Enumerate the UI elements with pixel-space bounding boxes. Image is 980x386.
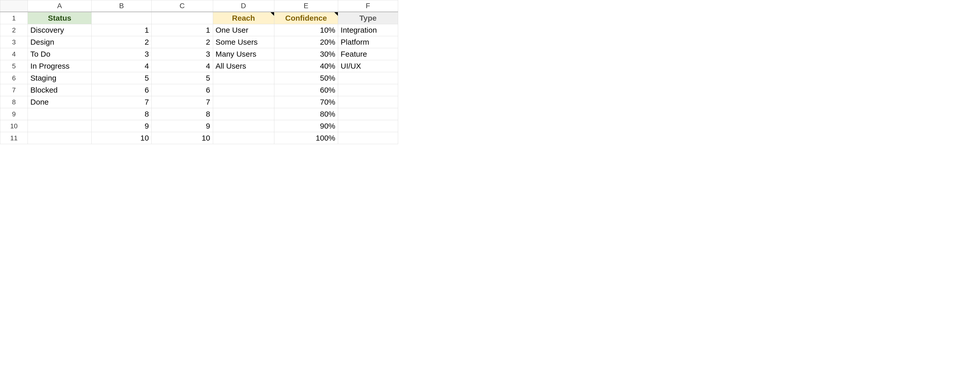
cell-e4[interactable]: 30%	[274, 48, 338, 60]
cell-b5[interactable]: 4	[92, 60, 151, 72]
col-header-d[interactable]: D	[213, 0, 274, 12]
row-header-9[interactable]: 9	[0, 108, 28, 120]
cell-d4[interactable]: Many Users	[213, 48, 274, 60]
cell-b7[interactable]: 6	[92, 84, 151, 96]
cell-d8[interactable]	[213, 96, 274, 108]
cell-f7[interactable]	[338, 84, 398, 96]
cell-b6[interactable]: 5	[92, 72, 151, 84]
row-header-4[interactable]: 4	[0, 48, 28, 60]
table-row: 7 Blocked 6 6 60%	[0, 84, 398, 96]
cell-d1-header-reach[interactable]: Reach	[213, 12, 274, 24]
row-header-8[interactable]: 8	[0, 96, 28, 108]
cell-f8[interactable]	[338, 96, 398, 108]
cell-a9[interactable]	[28, 108, 92, 120]
cell-a8[interactable]: Done	[28, 96, 92, 108]
cell-d2[interactable]: One User	[213, 24, 274, 36]
table-row: 4 To Do 3 3 Many Users 30% Feature	[0, 48, 398, 60]
cell-a3[interactable]: Design	[28, 36, 92, 48]
cell-d7[interactable]	[213, 84, 274, 96]
cell-f4[interactable]: Feature	[338, 48, 398, 60]
select-all-corner[interactable]	[0, 0, 28, 12]
cell-text: Reach	[232, 14, 255, 22]
cell-e2[interactable]: 10%	[274, 24, 338, 36]
table-row: 11 10 10 100%	[0, 132, 398, 144]
spreadsheet-grid[interactable]: A B C D E F 1 Status Reach Confidence Ty…	[0, 0, 398, 144]
cell-c11[interactable]: 10	[151, 132, 213, 144]
cell-c7[interactable]: 6	[151, 84, 213, 96]
note-indicator-icon[interactable]	[334, 12, 338, 16]
cell-b9[interactable]: 8	[92, 108, 151, 120]
cell-a4[interactable]: To Do	[28, 48, 92, 60]
cell-c9[interactable]: 8	[151, 108, 213, 120]
cell-b11[interactable]: 10	[92, 132, 151, 144]
cell-a5[interactable]: In Progress	[28, 60, 92, 72]
cell-d11[interactable]	[213, 132, 274, 144]
table-row: 5 In Progress 4 4 All Users 40% UI/UX	[0, 60, 398, 72]
cell-e11[interactable]: 100%	[274, 132, 338, 144]
row-header-6[interactable]: 6	[0, 72, 28, 84]
cell-a7[interactable]: Blocked	[28, 84, 92, 96]
row-header-10[interactable]: 10	[0, 120, 28, 132]
cell-f6[interactable]	[338, 72, 398, 84]
cell-a11[interactable]	[28, 132, 92, 144]
col-header-c[interactable]: C	[151, 0, 213, 12]
cell-d3[interactable]: Some Users	[213, 36, 274, 48]
row-header-7[interactable]: 7	[0, 84, 28, 96]
cell-d6[interactable]	[213, 72, 274, 84]
cell-e6[interactable]: 50%	[274, 72, 338, 84]
cell-a1-header-status[interactable]: Status	[28, 12, 92, 24]
cell-b3[interactable]: 2	[92, 36, 151, 48]
cell-e8[interactable]: 70%	[274, 96, 338, 108]
cell-f3[interactable]: Platform	[338, 36, 398, 48]
cell-f10[interactable]	[338, 120, 398, 132]
cell-c10[interactable]: 9	[151, 120, 213, 132]
cell-a2[interactable]: Discovery	[28, 24, 92, 36]
cell-e7[interactable]: 60%	[274, 84, 338, 96]
cell-c5[interactable]: 4	[151, 60, 213, 72]
cell-e3[interactable]: 20%	[274, 36, 338, 48]
cell-a6[interactable]: Staging	[28, 72, 92, 84]
col-header-f[interactable]: F	[338, 0, 398, 12]
table-row: 6 Staging 5 5 50%	[0, 72, 398, 84]
column-header-row: A B C D E F	[0, 0, 398, 12]
cell-f9[interactable]	[338, 108, 398, 120]
cell-a10[interactable]	[28, 120, 92, 132]
cell-e10[interactable]: 90%	[274, 120, 338, 132]
cell-text: Confidence	[285, 14, 327, 22]
table-row: 2 Discovery 1 1 One User 10% Integration	[0, 24, 398, 36]
cell-c4[interactable]: 3	[151, 48, 213, 60]
cell-b2[interactable]: 1	[92, 24, 151, 36]
cell-d10[interactable]	[213, 120, 274, 132]
cell-f11[interactable]	[338, 132, 398, 144]
cell-e1-header-confidence[interactable]: Confidence	[274, 12, 338, 24]
cell-f2[interactable]: Integration	[338, 24, 398, 36]
cell-c1[interactable]	[151, 12, 213, 24]
cell-b4[interactable]: 3	[92, 48, 151, 60]
table-row: 1 Status Reach Confidence Type	[0, 12, 398, 24]
cell-d5[interactable]: All Users	[213, 60, 274, 72]
cell-e9[interactable]: 80%	[274, 108, 338, 120]
cell-b1[interactable]	[92, 12, 151, 24]
cell-c3[interactable]: 2	[151, 36, 213, 48]
cell-c6[interactable]: 5	[151, 72, 213, 84]
col-header-b[interactable]: B	[92, 0, 151, 12]
cell-e5[interactable]: 40%	[274, 60, 338, 72]
row-header-11[interactable]: 11	[0, 132, 28, 144]
row-header-3[interactable]: 3	[0, 36, 28, 48]
cell-c2[interactable]: 1	[151, 24, 213, 36]
table-row: 3 Design 2 2 Some Users 20% Platform	[0, 36, 398, 48]
row-header-1[interactable]: 1	[0, 12, 28, 24]
cell-c8[interactable]: 7	[151, 96, 213, 108]
row-header-5[interactable]: 5	[0, 60, 28, 72]
cell-f5[interactable]: UI/UX	[338, 60, 398, 72]
col-header-e[interactable]: E	[274, 0, 338, 12]
cell-d9[interactable]	[213, 108, 274, 120]
cell-b8[interactable]: 7	[92, 96, 151, 108]
cell-f1-header-type[interactable]: Type	[338, 12, 398, 24]
col-header-a[interactable]: A	[28, 0, 92, 12]
table-row: 8 Done 7 7 70%	[0, 96, 398, 108]
row-header-2[interactable]: 2	[0, 24, 28, 36]
table-row: 10 9 9 90%	[0, 120, 398, 132]
note-indicator-icon[interactable]	[270, 12, 274, 16]
cell-b10[interactable]: 9	[92, 120, 151, 132]
